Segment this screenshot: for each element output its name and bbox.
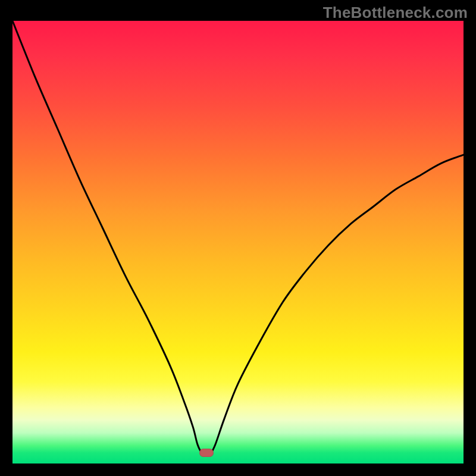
watermark-text: TheBottleneck.com xyxy=(323,4,468,22)
bottleneck-curve-svg xyxy=(12,21,464,464)
minimum-marker xyxy=(199,449,214,457)
chart-frame: TheBottleneck.com xyxy=(0,0,476,476)
bottleneck-curve-path xyxy=(12,21,464,453)
plot-area xyxy=(12,21,464,464)
